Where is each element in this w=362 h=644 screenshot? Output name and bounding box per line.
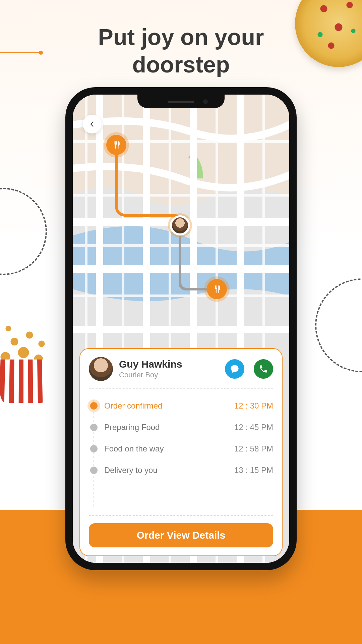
call-button[interactable] [254,359,273,379]
divider [89,515,273,516]
step-dot [90,445,98,452]
headline-line1: Put joy on your [98,24,264,50]
step-label: Food on the way [104,444,228,453]
timeline-step: Delivery to you 13 : 15 PM [89,460,273,481]
phone-notch [137,95,225,108]
timeline-step: Order confirmed 12 : 30 PM [89,395,273,417]
phone-screen: Guy Hawkins Courier Boy Order confirmed … [73,95,289,563]
step-time: 12 : 58 PM [234,444,273,453]
headline-line2: doorstep [132,52,230,77]
destination-pin[interactable] [207,279,227,299]
chevron-left-icon [89,121,96,127]
phone-frame: Guy Hawkins Courier Boy Order confirmed … [65,87,297,570]
dashed-circle-right [315,278,362,372]
courier-name: Guy Hawkins [119,359,216,370]
dashed-circle-left [0,188,47,275]
courier-role: Courier Boy [119,371,216,379]
divider [89,388,273,389]
step-time: 12 : 30 PM [234,401,273,411]
step-dot-active [90,402,98,410]
phone-icon [259,364,268,374]
timeline-connector [94,400,94,506]
utensils-icon [213,285,221,293]
step-label: Order confirmed [104,401,228,411]
step-dot [90,467,98,474]
courier-row: Guy Hawkins Courier Boy [89,357,273,381]
accent-line [0,52,40,53]
courier-avatar-icon [170,215,190,235]
courier-location-pin[interactable] [170,215,190,235]
chat-icon [230,364,239,374]
step-time: 13 : 15 PM [234,466,273,475]
order-status-sheet: Guy Hawkins Courier Boy Order confirmed … [79,348,283,556]
order-timeline: Order confirmed 12 : 30 PM Preparing Foo… [89,395,273,511]
step-label: Preparing Food [104,423,228,432]
popcorn-decoration [0,315,60,402]
step-dot [90,424,98,431]
order-view-details-button[interactable]: Order View Details [89,523,273,547]
chat-button[interactable] [225,359,244,379]
restaurant-pin[interactable] [106,135,126,155]
back-button[interactable] [83,115,102,133]
timeline-step: Preparing Food 12 : 45 PM [89,417,273,438]
utensils-icon [112,141,121,149]
courier-avatar [89,357,113,381]
step-time: 12 : 45 PM [234,423,273,432]
cta-label: Order View Details [137,530,226,541]
timeline-step: Food on the way 12 : 58 PM [89,438,273,460]
step-label: Delivery to you [104,466,228,475]
